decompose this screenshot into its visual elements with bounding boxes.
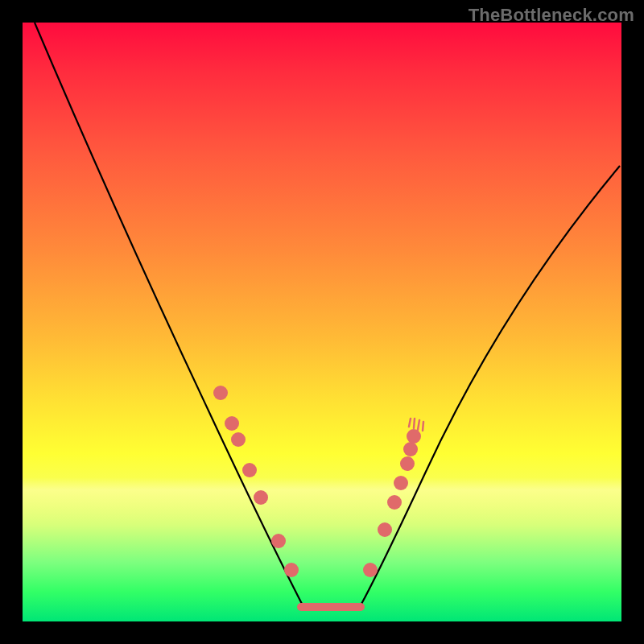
rough-marker <box>409 419 423 431</box>
marker-dot <box>242 463 257 477</box>
marker-dot <box>378 522 392 537</box>
bottleneck-curve <box>35 23 620 605</box>
marker-dot <box>363 563 378 577</box>
plot-area <box>23 23 621 621</box>
marker-dot <box>400 456 415 471</box>
curve-svg <box>23 23 621 621</box>
marker-dot <box>387 495 402 510</box>
marker-dot <box>254 490 268 505</box>
marker-dot <box>213 386 228 400</box>
marker-dot <box>225 416 239 431</box>
marker-dot <box>284 563 299 577</box>
marker-dot <box>231 432 246 447</box>
marker-dot <box>403 442 418 456</box>
marker-dot <box>394 476 408 490</box>
marker-dot <box>271 534 286 548</box>
marker-dot <box>407 429 421 444</box>
chart-frame: TheBottleneck.com <box>0 0 644 644</box>
